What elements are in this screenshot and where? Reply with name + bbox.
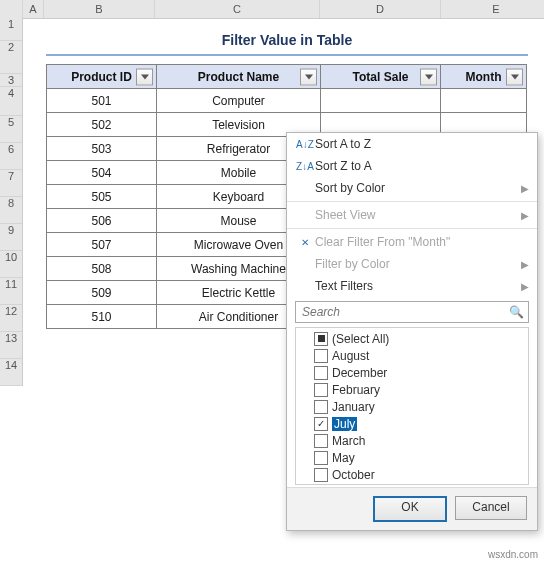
cell-product-id[interactable]: 507 [47, 233, 157, 257]
filter-item-label: February [332, 383, 380, 397]
menu-sort-az[interactable]: A↓Z Sort A to Z [287, 133, 537, 155]
row-1[interactable]: 1 [0, 18, 22, 41]
row-5[interactable]: 5 [0, 116, 22, 143]
filter-item[interactable]: December [300, 364, 524, 381]
col-B[interactable]: B [44, 0, 155, 18]
filter-item[interactable]: October [300, 466, 524, 483]
menu-separator [287, 201, 537, 202]
menu-sort-za[interactable]: Z↓A Sort Z to A [287, 155, 537, 177]
cancel-button[interactable]: Cancel [455, 496, 527, 520]
search-icon: 🔍 [509, 305, 524, 319]
header-total-sale-label: Total Sale [353, 70, 409, 84]
cell-product-id[interactable]: 508 [47, 257, 157, 281]
filter-values-list[interactable]: (Select All)AugustDecemberFebruaryJanuar… [295, 327, 529, 485]
sort-az-icon: A↓Z [295, 139, 315, 150]
chevron-right-icon: ▶ [521, 259, 529, 270]
row-11[interactable]: 11 [0, 278, 22, 305]
cell-product-id[interactable]: 501 [47, 89, 157, 113]
filter-item[interactable]: (Select All) [300, 330, 524, 347]
cell-product-id[interactable]: 502 [47, 113, 157, 137]
row-4[interactable]: 4 [0, 87, 22, 116]
menu-sort-by-color[interactable]: Sort by Color ▶ [287, 177, 537, 199]
menu-clear-filter-label: Clear Filter From "Month" [315, 235, 529, 249]
column-headers: A B C D E [0, 0, 544, 19]
row-headers: 1 2 3 4 5 6 7 8 9 10 11 12 13 14 [0, 18, 23, 386]
cell-total-sale[interactable] [321, 89, 441, 113]
menu-clear-filter: ✕ Clear Filter From "Month" [287, 231, 537, 253]
select-all-corner[interactable] [0, 0, 23, 18]
filter-item[interactable]: August [300, 347, 524, 364]
chevron-right-icon: ▶ [521, 210, 529, 221]
col-E[interactable]: E [441, 0, 544, 18]
cell-product-name[interactable]: Computer [157, 89, 321, 113]
col-C[interactable]: C [155, 0, 320, 18]
menu-filter-by-color: Filter by Color ▶ [287, 253, 537, 275]
checkbox[interactable] [314, 417, 328, 431]
filter-button-month[interactable] [506, 68, 523, 85]
filter-item-label: July [332, 417, 357, 431]
menu-sort-color-label: Sort by Color [315, 181, 521, 195]
clear-filter-icon: ✕ [295, 237, 315, 248]
sort-za-icon: Z↓A [295, 161, 315, 172]
checkbox[interactable] [314, 332, 328, 346]
filter-item[interactable]: February [300, 381, 524, 398]
row-3[interactable]: 3 [0, 74, 22, 87]
menu-sort-az-label: Sort A to Z [315, 137, 529, 151]
watermark: wsxdn.com [488, 549, 538, 560]
row-2[interactable]: 2 [0, 41, 22, 74]
filter-item[interactable]: March [300, 432, 524, 449]
filter-item-label: May [332, 451, 355, 465]
filter-item[interactable]: July [300, 415, 524, 432]
header-product-id: Product ID [47, 65, 157, 89]
ok-button[interactable]: OK [373, 496, 447, 522]
checkbox[interactable] [314, 434, 328, 448]
filter-item[interactable]: May [300, 449, 524, 466]
checkbox[interactable] [314, 468, 328, 482]
cell-product-id[interactable]: 506 [47, 209, 157, 233]
row-6[interactable]: 6 [0, 143, 22, 170]
filter-item-label: October [332, 468, 375, 482]
filter-menu-buttons: OK Cancel [287, 487, 537, 530]
chevron-right-icon: ▶ [521, 281, 529, 292]
header-product-name: Product Name [157, 65, 321, 89]
checkbox[interactable] [314, 383, 328, 397]
row-9[interactable]: 9 [0, 224, 22, 251]
filter-search[interactable]: 🔍 [295, 301, 529, 323]
cell-product-id[interactable]: 509 [47, 281, 157, 305]
filter-item-label: (Select All) [332, 332, 389, 346]
menu-text-filters-label: Text Filters [315, 279, 521, 293]
col-D[interactable]: D [320, 0, 441, 18]
checkbox[interactable] [314, 366, 328, 380]
header-month: Month [441, 65, 527, 89]
table-row[interactable]: 501Computer [47, 89, 527, 113]
checkbox[interactable] [314, 349, 328, 363]
menu-separator [287, 228, 537, 229]
cell-product-id[interactable]: 504 [47, 161, 157, 185]
row-14[interactable]: 14 [0, 359, 22, 386]
page-title: Filter Value in Table [46, 26, 528, 56]
col-A[interactable]: A [23, 0, 44, 18]
filter-item-label: March [332, 434, 365, 448]
menu-sort-za-label: Sort Z to A [315, 159, 529, 173]
checkbox[interactable] [314, 400, 328, 414]
filter-button-product-name[interactable] [300, 68, 317, 85]
row-13[interactable]: 13 [0, 332, 22, 359]
filter-item-label: December [332, 366, 387, 380]
row-8[interactable]: 8 [0, 197, 22, 224]
cell-product-id[interactable]: 503 [47, 137, 157, 161]
filter-item[interactable]: January [300, 398, 524, 415]
checkbox[interactable] [314, 451, 328, 465]
cell-product-id[interactable]: 505 [47, 185, 157, 209]
cell-product-id[interactable]: 510 [47, 305, 157, 329]
filter-item-label: January [332, 400, 375, 414]
filter-search-input[interactable] [300, 304, 509, 320]
menu-filter-color-label: Filter by Color [315, 257, 521, 271]
filter-button-product-id[interactable] [136, 68, 153, 85]
cell-month[interactable] [441, 89, 527, 113]
menu-text-filters[interactable]: Text Filters ▶ [287, 275, 537, 297]
filter-button-total-sale[interactable] [420, 68, 437, 85]
row-10[interactable]: 10 [0, 251, 22, 278]
row-7[interactable]: 7 [0, 170, 22, 197]
menu-sheet-view: Sheet View ▶ [287, 204, 537, 226]
row-12[interactable]: 12 [0, 305, 22, 332]
